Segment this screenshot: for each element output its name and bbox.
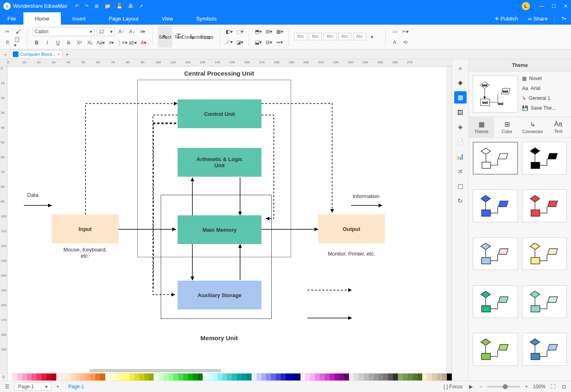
color-swatch[interactable] [169,374,173,380]
color-swatch[interactable] [383,374,388,380]
color-swatch[interactable] [110,374,115,380]
expand-icon[interactable]: » [454,62,467,74]
color-swatch[interactable] [100,374,105,380]
zoom-in-button[interactable]: + [523,384,529,390]
color-swatch[interactable] [422,374,427,380]
fill-icon[interactable]: ◧▾ [225,28,233,36]
fit-page-icon[interactable]: ⛶ [549,384,557,390]
color-swatch[interactable] [344,374,349,380]
outline-icon[interactable]: ☰ [3,384,11,390]
theme-card[interactable] [473,285,518,318]
line-style-icon[interactable]: ／▾ [225,38,233,46]
color-swatch[interactable] [437,374,442,380]
color-swatch[interactable] [164,374,169,380]
color-swatch[interactable] [222,374,227,380]
color-swatch[interactable] [208,374,213,380]
case-icon[interactable]: Aa▾ [97,39,105,47]
theme-font[interactable]: AaArial [522,85,567,91]
page-tab[interactable]: Page-1 [64,383,88,390]
tab-chevron-icon[interactable]: » [2,52,9,57]
color-swatch[interactable] [325,374,330,380]
layers-panel-icon[interactable]: ◈ [454,121,467,133]
font-size-combo[interactable]: 12▾ [97,27,115,36]
theme-card[interactable] [522,285,567,318]
main-memory-box[interactable]: Main Memory [178,215,261,244]
color-swatch[interactable] [217,374,222,380]
color-swatch[interactable] [379,374,384,380]
v-scrollbar[interactable] [446,67,452,373]
color-swatch[interactable] [310,374,315,380]
color-swatch[interactable] [227,374,232,380]
color-swatch[interactable] [149,374,154,380]
align-icon[interactable]: ▦▾ [275,28,284,36]
color-swatch[interactable] [183,374,188,380]
copy-icon[interactable]: ⎘ [3,38,12,46]
color-swatch[interactable] [154,374,159,380]
help-button[interactable]: ?• [556,12,571,25]
menu-home[interactable]: Home [23,12,61,25]
color-swatch[interactable] [188,374,193,380]
paste-icon[interactable]: 📋▾ [14,38,22,46]
theme-connector[interactable]: ↳General 1 [522,95,567,101]
color-swatch[interactable] [398,374,403,380]
theme-card[interactable] [522,333,567,366]
zoom-out-button[interactable]: − [478,384,484,390]
menu-page-layout[interactable]: Page Layout [97,12,150,25]
color-swatch[interactable] [408,374,413,380]
publish-button[interactable]: ✈Publish [490,12,523,25]
color-swatch[interactable] [213,374,217,380]
crop-icon[interactable]: ✂▾ [401,28,409,36]
color-swatch[interactable] [7,374,12,380]
color-swatch[interactable] [125,374,129,380]
color-swatch[interactable] [90,374,95,380]
shuffle-icon[interactable]: ⤮ [454,165,467,178]
theme-card[interactable] [522,142,567,175]
shadow-icon[interactable]: ◪▾ [236,38,244,46]
color-swatch[interactable] [32,374,37,380]
color-swatch[interactable] [271,374,276,380]
theme-card[interactable] [473,189,518,222]
color-swatch[interactable] [403,374,408,380]
color-swatch[interactable] [139,374,144,380]
color-swatch[interactable] [296,374,301,380]
new-icon[interactable]: ⊞ [95,3,99,9]
color-swatch[interactable] [374,374,379,380]
canvas[interactable]: Central Processing Unit Memory Unit [7,67,446,373]
close-button[interactable]: ✕ [564,3,568,9]
color-swatch[interactable] [261,374,266,380]
color-swatch[interactable] [22,374,27,380]
select-tool[interactable]: ↖Select [158,26,172,48]
color-swatch[interactable] [242,374,247,380]
no-color-icon[interactable]: ⊘ [0,374,7,380]
color-swatch[interactable] [369,374,374,380]
user-avatar[interactable]: L [522,2,530,10]
doc-tab[interactable]: Computer Block... • [9,50,63,58]
present-icon[interactable]: ▢ [454,180,467,192]
underline-icon[interactable]: U [54,39,62,47]
color-swatch[interactable] [266,374,271,380]
theme-novel[interactable]: ▦Novel [522,76,567,81]
focus-button[interactable]: [ ] Focus [442,384,464,390]
color-swatch[interactable] [198,374,203,380]
fill-panel-icon[interactable]: ◆ [454,76,467,89]
styles-more-icon[interactable]: ▾ [368,33,376,41]
color-swatch[interactable] [42,374,46,380]
panel-tab-color[interactable]: ⊞Color [494,117,520,137]
line-icon[interactable]: ⬚▾ [236,28,244,36]
add-page-button[interactable]: + [55,384,61,390]
alu-box[interactable]: Arthmetic & Logic Unit [178,148,261,177]
rotate-icon[interactable]: ⟲ [401,38,409,46]
color-swatch[interactable] [71,374,76,380]
minimize-button[interactable]: — [539,3,544,9]
color-swatch[interactable] [252,374,257,380]
output-box[interactable]: Output [318,214,385,243]
color-swatch[interactable] [27,374,32,380]
send-back-icon[interactable]: ⬓▾ [254,38,262,46]
color-swatch[interactable] [193,374,198,380]
color-swatch[interactable] [17,374,22,380]
color-swatch[interactable] [413,374,418,380]
page-select[interactable]: Page-1▾ [14,383,51,391]
color-swatch[interactable] [364,374,369,380]
color-swatch[interactable] [320,374,325,380]
style-swatch-5[interactable]: Abc [353,33,366,40]
